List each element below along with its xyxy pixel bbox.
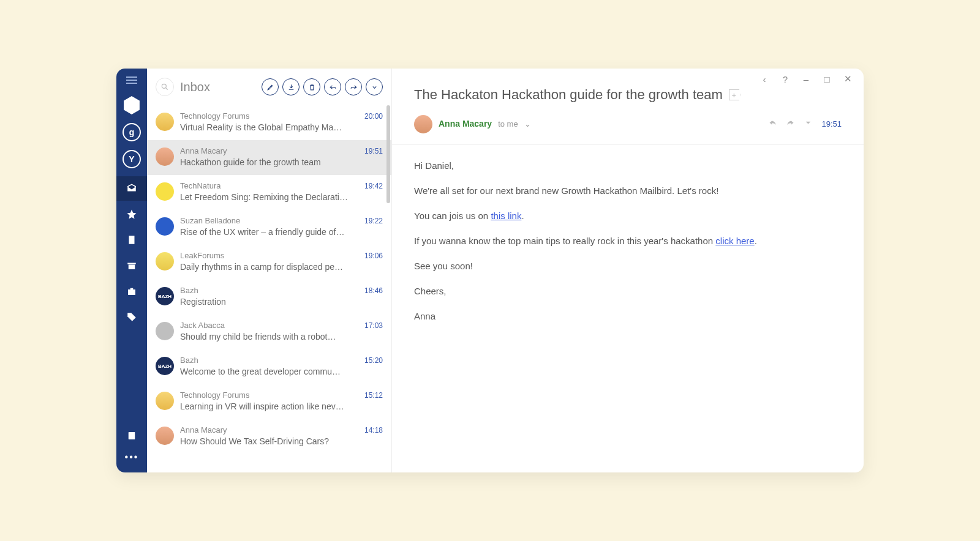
help-button[interactable]: ? <box>780 74 790 84</box>
message-avatar <box>156 217 174 236</box>
message-sender: LeakForums <box>180 251 224 260</box>
message-time: 19:42 <box>364 182 383 190</box>
body-line: If you wanna know the top main tips to r… <box>414 233 842 249</box>
message-subject-preview: Registration <box>180 297 383 307</box>
message-sender: Bazh <box>180 356 198 365</box>
message-subject-preview: Virtual Reality is the Global Empathy Ma… <box>180 122 383 132</box>
message-subject-preview: How Should We Tax Self-Driving Cars? <box>180 436 383 446</box>
back-button[interactable]: ‹ <box>760 74 769 84</box>
message-avatar: BAZH <box>156 287 174 305</box>
message-sender: Suzan Belladone <box>180 216 240 225</box>
message-avatar <box>156 252 174 270</box>
message-subject-preview: Welcome to the great developer commu… <box>180 367 383 376</box>
body-line: Cheers, <box>414 283 842 299</box>
nav-notes[interactable] <box>116 228 147 252</box>
compose-button[interactable] <box>262 78 279 95</box>
scrollbar-thumb[interactable] <box>386 105 390 203</box>
maximize-button[interactable]: □ <box>822 74 832 84</box>
nav-work[interactable] <box>116 279 147 304</box>
nav-inbox[interactable] <box>116 176 147 201</box>
message-sender: Jack Abacca <box>180 321 225 330</box>
account-contacts[interactable] <box>121 95 142 116</box>
message-list-pane: Inbox Technology Forums20:00Virtual Real… <box>147 69 392 472</box>
message-subject-preview: Hackathon guide for the growth team <box>180 157 383 167</box>
message-time: 15:20 <box>364 356 383 365</box>
message-item[interactable]: Anna Macary14:18How Should We Tax Self-D… <box>147 419 391 454</box>
message-body: Hi Daniel, We're all set for our next br… <box>392 145 864 345</box>
message-time: 19:06 <box>364 252 383 260</box>
join-link[interactable]: this link <box>491 211 521 221</box>
message-time: 19:51 <box>821 119 842 129</box>
body-line: Hi Daniel, <box>414 157 842 174</box>
sender-name: Anna Macary <box>439 119 492 129</box>
message-time: 17:03 <box>364 321 383 330</box>
message-subject-preview: Let Freedom Sing: Remixing the Declarati… <box>180 192 383 202</box>
message-item[interactable]: Jack Abacca17:03Should my child be frien… <box>147 315 391 349</box>
hamburger-menu-button[interactable] <box>116 72 147 88</box>
body-line: We're all set for our next brand new Gro… <box>414 182 842 199</box>
message-item[interactable]: BAZHBazh18:46Registration <box>147 280 391 315</box>
window-titlebar: ‹ ? – □ ✕ <box>748 69 864 89</box>
sender-avatar <box>414 115 432 133</box>
message-sender: Technology Forums <box>180 390 249 400</box>
message-time: 18:46 <box>364 286 383 295</box>
message-item[interactable]: Suzan Belladone19:22Rise of the UX write… <box>147 210 391 245</box>
expand-recipients-icon[interactable]: ⌄ <box>524 119 531 129</box>
forward-button[interactable] <box>345 78 362 95</box>
message-time: 19:51 <box>364 147 383 155</box>
message-avatar <box>156 182 174 201</box>
message-subject-preview: Rise of the UX writer – a friendly guide… <box>180 227 383 237</box>
account-yahoo[interactable]: Y <box>121 149 142 170</box>
message-sender: Technology Forums <box>180 111 249 121</box>
message-time: 15:12 <box>364 391 383 400</box>
close-button[interactable]: ✕ <box>843 73 853 84</box>
reply-icon[interactable] <box>768 118 777 130</box>
message-item[interactable]: LeakForums19:06Daily rhythms in a camp f… <box>147 245 391 280</box>
sidebar: g Y ••• <box>116 69 147 472</box>
message-avatar <box>156 113 174 131</box>
message-sender: Anna Macary <box>180 146 227 155</box>
add-tag-button[interactable]: + <box>729 89 741 100</box>
message-sender: Bazh <box>180 286 198 295</box>
list-toolbar <box>262 78 383 95</box>
message-subject-preview: Learning in VR will inspire action like … <box>180 401 383 411</box>
nav-tags[interactable] <box>116 305 147 329</box>
message-avatar <box>156 147 174 166</box>
body-line: See you soon! <box>414 258 842 274</box>
more-actions-button[interactable] <box>366 78 383 95</box>
tips-link[interactable]: click here <box>715 236 754 246</box>
message-sender: Anna Macary <box>180 425 227 435</box>
message-avatar <box>156 322 174 340</box>
message-item[interactable]: Technology Forums20:00Virtual Reality is… <box>147 105 391 140</box>
message-sender: TechNatura <box>180 181 221 190</box>
more-menu-button[interactable]: ••• <box>121 448 143 466</box>
recipient-text: to me <box>498 119 518 129</box>
nav-starred[interactable] <box>116 202 147 226</box>
message-menu-icon[interactable] <box>804 118 813 130</box>
message-item[interactable]: Anna Macary19:51Hackathon guide for the … <box>147 140 391 175</box>
message-item[interactable]: TechNatura19:42Let Freedom Sing: Remixin… <box>147 175 391 210</box>
reading-pane: ‹ ? – □ ✕ The Hackaton Hackathon guide f… <box>392 69 864 472</box>
message-time: 19:22 <box>364 217 383 225</box>
delete-button[interactable] <box>303 78 320 95</box>
nav-archive[interactable] <box>116 253 147 278</box>
message-avatar <box>156 427 174 445</box>
message-subject-preview: Should my child be friends with a robot… <box>180 332 383 341</box>
forward-icon[interactable] <box>786 118 795 130</box>
message-time: 20:00 <box>364 112 383 121</box>
nav-addressbook[interactable] <box>116 423 147 448</box>
account-google[interactable]: g <box>121 122 142 143</box>
message-meta: Anna Macary to me ⌄ 19:51 <box>392 111 864 145</box>
message-item[interactable]: BAZHBazh15:20Welcome to the great develo… <box>147 349 391 384</box>
app-window: g Y ••• <box>116 69 864 472</box>
message-item[interactable]: Technology Forums15:12Learning in VR wil… <box>147 384 391 419</box>
reply-button[interactable] <box>324 78 341 95</box>
body-line: You can jois us on this link. <box>414 207 842 224</box>
search-button[interactable] <box>156 78 174 96</box>
sidebar-nav <box>116 176 147 329</box>
download-button[interactable] <box>282 78 300 95</box>
message-list[interactable]: Technology Forums20:00Virtual Reality is… <box>147 105 391 472</box>
minimize-button[interactable]: – <box>801 74 811 84</box>
body-line: Anna <box>414 308 842 324</box>
message-subject: The Hackaton Hackathon guide for the gro… <box>414 87 723 103</box>
